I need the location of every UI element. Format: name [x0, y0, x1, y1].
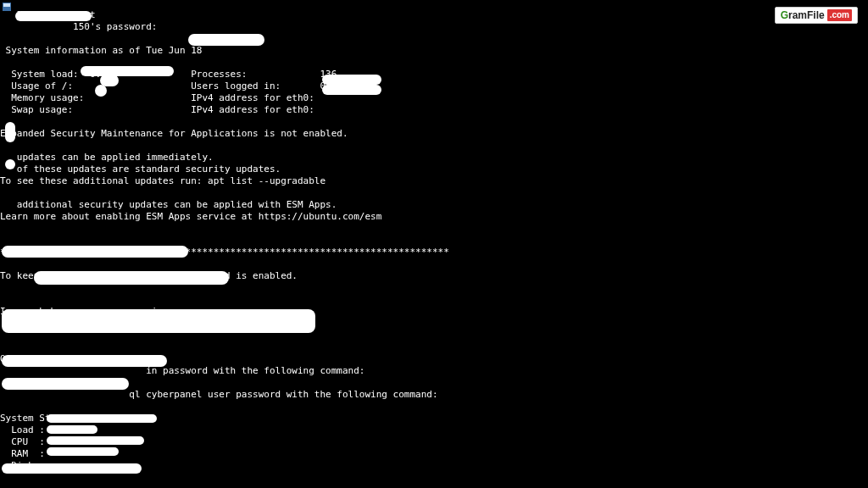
badge-dotcom: .com — [827, 9, 852, 21]
line-updates-2: of these updates are standard security u… — [0, 164, 281, 175]
line-status-load: Load : — [0, 424, 45, 435]
line-esm-notice: Expanded Security Maintenance for Applic… — [0, 128, 348, 139]
line-usage: Usage of /: Users logged in: 0 — [0, 80, 326, 92]
redaction — [47, 414, 157, 423]
redaction — [34, 271, 229, 285]
redaction — [2, 309, 315, 333]
line-memory: Memory usage: IPv4 address for eth0: — [0, 92, 314, 103]
redaction — [2, 463, 142, 474]
badge-rest: ramFile — [788, 9, 825, 21]
redaction — [5, 122, 15, 142]
redaction — [2, 378, 129, 390]
line-updates-1: updates can be applied immediately. — [0, 152, 214, 163]
redaction — [47, 447, 119, 456]
redaction — [322, 75, 381, 85]
line-sysinfo-header: System information as of Tue Jun 18 — [0, 45, 202, 56]
redaction — [2, 355, 167, 367]
gramfile-watermark: GramFile.com — [775, 7, 858, 24]
redaction — [95, 85, 107, 97]
redaction — [47, 425, 97, 434]
line-esm-apps-1: additional security updates can be appli… — [0, 199, 337, 210]
line-updates-3: To see these additional updates run: apt… — [0, 175, 326, 186]
redaction — [47, 436, 144, 445]
redaction — [5, 159, 15, 169]
badge-g: G — [781, 9, 788, 21]
redaction — [81, 66, 174, 76]
line-status-cpu: CPU : — [0, 436, 45, 447]
redaction — [15, 11, 92, 21]
line-password-cmd-2: ql cyberpanel user password with the fol… — [0, 389, 438, 400]
redaction — [2, 246, 188, 258]
redaction — [188, 34, 264, 46]
line-swap: Swap usage: IPv4 address for eth0: — [0, 104, 314, 115]
redaction — [322, 85, 381, 95]
line-esm-apps-2: Learn more about enabling ESM Apps servi… — [0, 211, 381, 222]
line-status-ram: RAM : — [0, 448, 45, 459]
line-password: 150's password: — [0, 21, 157, 32]
svg-rect-1 — [3, 3, 10, 7]
